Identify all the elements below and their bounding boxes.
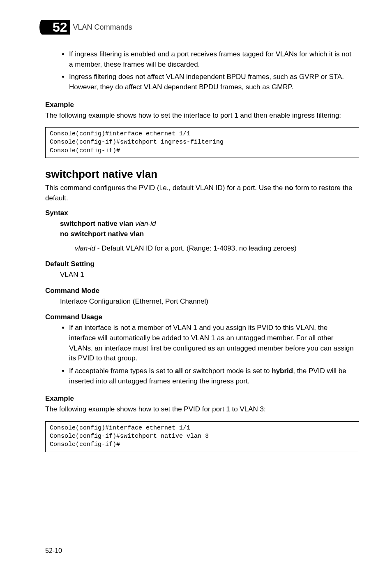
command-mode-value: Interface Configuration (Ethernet, Port … — [45, 297, 359, 307]
syntax-param: vlan-id - Default VLAN ID for a port. (R… — [60, 244, 359, 254]
param-desc: - Default VLAN ID for a port. (Range: 1-… — [95, 244, 296, 252]
usage-bullet-list: If an interface is not a member of VLAN … — [45, 323, 359, 386]
syntax-label: Syntax — [45, 209, 359, 217]
usage-b2-pre: If acceptable frame types is set to — [69, 367, 175, 375]
example-intro-text: The following example shows how to set t… — [45, 404, 359, 415]
example-label: Example — [45, 101, 359, 109]
default-setting-value: VLAN 1 — [45, 270, 359, 280]
usage-b2-bold1: all — [175, 367, 183, 375]
default-setting-label: Default Setting — [45, 260, 359, 268]
chapter-badge: 52 — [45, 20, 70, 35]
chapter-number: 52 — [45, 20, 70, 35]
syntax-ital: vlan-id — [135, 220, 156, 227]
syntax-bold: no switchport native vlan — [60, 230, 144, 238]
example-intro-text: The following example shows how to set t… — [45, 111, 359, 121]
example-label: Example — [45, 395, 359, 403]
code-block: Console(config)#interface ethernet 1/1 C… — [45, 127, 359, 158]
list-item: If an interface is not a member of VLAN … — [69, 323, 359, 364]
list-item: If ingress filtering is enabled and a po… — [69, 49, 359, 70]
intro-pre: This command configures the PVID (i.e., … — [45, 184, 285, 192]
syntax-bold: switchport native vlan — [60, 220, 135, 227]
command-usage-label: Command Usage — [45, 313, 359, 321]
list-item: Ingress filtering does not affect VLAN i… — [69, 72, 359, 92]
page-number: 52-10 — [45, 547, 62, 555]
syntax-block: switchport native vlan vlan-id no switch… — [45, 219, 359, 253]
command-mode-label: Command Mode — [45, 287, 359, 295]
chapter-header: 52 VLAN Commands — [45, 20, 359, 35]
usage-b2-bold2: hybrid — [272, 367, 293, 375]
syntax-line-2: no switchport native vlan — [60, 229, 359, 239]
top-bullet-list: If ingress filtering is enabled and a po… — [45, 49, 359, 93]
chapter-title: VLAN Commands — [73, 23, 132, 32]
usage-b2-mid: or switchport mode is set to — [183, 367, 272, 375]
section-heading: switchport native vlan — [45, 168, 359, 181]
list-item: If acceptable frame types is set to all … — [69, 366, 359, 386]
intro-bold: no — [285, 184, 293, 192]
param-name: vlan-id — [75, 244, 95, 252]
section-intro: This command configures the PVID (i.e., … — [45, 183, 359, 203]
code-block: Console(config)#interface ethernet 1/1 C… — [45, 421, 359, 452]
syntax-line-1: switchport native vlan vlan-id — [60, 219, 359, 229]
